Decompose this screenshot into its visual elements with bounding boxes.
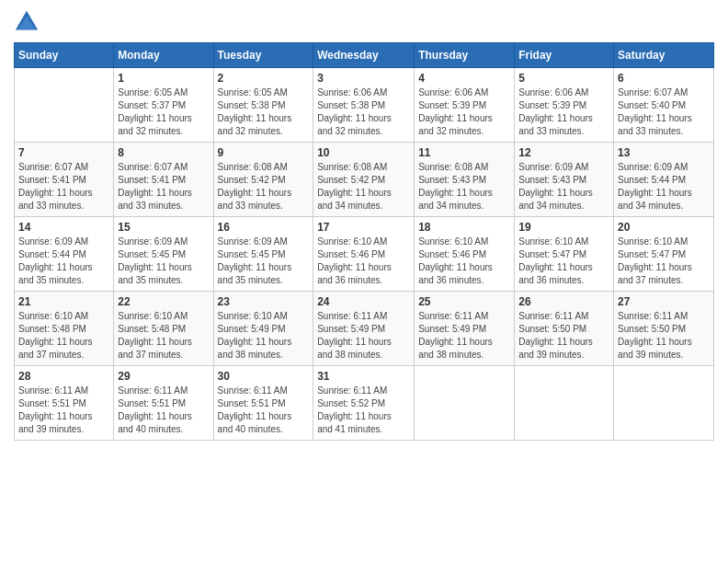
day-info: Sunrise: 6:09 AM Sunset: 5:45 PM Dayligh… <box>118 236 209 287</box>
calendar-cell: 18Sunrise: 6:10 AM Sunset: 5:46 PM Dayli… <box>415 217 515 292</box>
day-number: 23 <box>218 295 310 308</box>
calendar-week-row: 14Sunrise: 6:09 AM Sunset: 5:44 PM Dayli… <box>15 217 714 292</box>
day-info: Sunrise: 6:08 AM Sunset: 5:43 PM Dayligh… <box>418 161 510 213</box>
day-number: 11 <box>418 146 510 159</box>
calendar-cell: 8Sunrise: 6:07 AM Sunset: 5:41 PM Daylig… <box>114 143 213 217</box>
calendar-cell: 23Sunrise: 6:10 AM Sunset: 5:49 PM Dayli… <box>213 292 313 366</box>
day-number: 19 <box>518 221 609 234</box>
calendar-cell: 24Sunrise: 6:11 AM Sunset: 5:49 PM Dayli… <box>313 292 415 366</box>
calendar-cell: 21Sunrise: 6:10 AM Sunset: 5:48 PM Dayli… <box>15 292 114 366</box>
day-info: Sunrise: 6:08 AM Sunset: 5:42 PM Dayligh… <box>317 161 410 213</box>
calendar-cell: 30Sunrise: 6:11 AM Sunset: 5:51 PM Dayli… <box>213 366 313 441</box>
day-info: Sunrise: 6:10 AM Sunset: 5:46 PM Dayligh… <box>418 236 510 287</box>
day-info: Sunrise: 6:06 AM Sunset: 5:39 PM Dayligh… <box>518 86 609 138</box>
day-number: 1 <box>118 72 209 85</box>
day-info: Sunrise: 6:07 AM Sunset: 5:41 PM Dayligh… <box>18 161 109 213</box>
calendar-header-row: SundayMondayTuesdayWednesdayThursdayFrid… <box>15 43 714 68</box>
calendar-week-row: 21Sunrise: 6:10 AM Sunset: 5:48 PM Dayli… <box>15 292 714 366</box>
calendar-cell: 13Sunrise: 6:09 AM Sunset: 5:44 PM Dayli… <box>614 143 714 217</box>
day-info: Sunrise: 6:11 AM Sunset: 5:49 PM Dayligh… <box>317 310 410 362</box>
day-info: Sunrise: 6:07 AM Sunset: 5:41 PM Dayligh… <box>118 161 209 213</box>
day-number: 26 <box>518 295 609 308</box>
day-info: Sunrise: 6:09 AM Sunset: 5:44 PM Dayligh… <box>18 236 109 287</box>
day-number: 27 <box>618 295 710 308</box>
calendar-cell: 3Sunrise: 6:06 AM Sunset: 5:38 PM Daylig… <box>313 68 415 143</box>
calendar-cell: 22Sunrise: 6:10 AM Sunset: 5:48 PM Dayli… <box>114 292 213 366</box>
day-info: Sunrise: 6:09 AM Sunset: 5:43 PM Dayligh… <box>518 161 609 213</box>
day-of-week-header: Thursday <box>415 43 515 68</box>
day-info: Sunrise: 6:10 AM Sunset: 5:46 PM Dayligh… <box>317 236 410 287</box>
day-info: Sunrise: 6:11 AM Sunset: 5:50 PM Dayligh… <box>518 310 609 362</box>
day-number: 16 <box>218 221 310 234</box>
calendar-cell: 11Sunrise: 6:08 AM Sunset: 5:43 PM Dayli… <box>415 143 515 217</box>
day-of-week-header: Saturday <box>614 43 714 68</box>
day-number: 7 <box>18 146 109 159</box>
day-info: Sunrise: 6:09 AM Sunset: 5:44 PM Dayligh… <box>618 161 710 213</box>
calendar-cell: 12Sunrise: 6:09 AM Sunset: 5:43 PM Dayli… <box>515 143 614 217</box>
day-info: Sunrise: 6:10 AM Sunset: 5:48 PM Dayligh… <box>118 310 209 362</box>
day-of-week-header: Wednesday <box>313 43 415 68</box>
calendar-cell: 26Sunrise: 6:11 AM Sunset: 5:50 PM Dayli… <box>515 292 614 366</box>
day-info: Sunrise: 6:09 AM Sunset: 5:45 PM Dayligh… <box>218 236 310 287</box>
day-info: Sunrise: 6:08 AM Sunset: 5:42 PM Dayligh… <box>218 161 310 213</box>
calendar-cell: 5Sunrise: 6:06 AM Sunset: 5:39 PM Daylig… <box>515 68 614 143</box>
day-number: 8 <box>118 146 209 159</box>
day-info: Sunrise: 6:11 AM Sunset: 5:51 PM Dayligh… <box>118 385 209 436</box>
calendar-cell: 1Sunrise: 6:05 AM Sunset: 5:37 PM Daylig… <box>114 68 213 143</box>
day-number: 4 <box>418 72 510 85</box>
calendar-cell: 31Sunrise: 6:11 AM Sunset: 5:52 PM Dayli… <box>313 366 415 441</box>
calendar-cell <box>15 68 114 143</box>
day-of-week-header: Monday <box>114 43 213 68</box>
day-info: Sunrise: 6:05 AM Sunset: 5:38 PM Dayligh… <box>218 86 310 138</box>
day-number: 22 <box>118 295 209 308</box>
day-number: 3 <box>317 72 410 85</box>
calendar-cell <box>614 366 714 441</box>
calendar-cell: 7Sunrise: 6:07 AM Sunset: 5:41 PM Daylig… <box>15 143 114 217</box>
calendar-cell: 2Sunrise: 6:05 AM Sunset: 5:38 PM Daylig… <box>213 68 313 143</box>
calendar-cell: 17Sunrise: 6:10 AM Sunset: 5:46 PM Dayli… <box>313 217 415 292</box>
day-number: 2 <box>218 72 310 85</box>
day-number: 6 <box>618 72 710 85</box>
calendar-cell: 15Sunrise: 6:09 AM Sunset: 5:45 PM Dayli… <box>114 217 213 292</box>
day-number: 10 <box>317 146 410 159</box>
day-number: 13 <box>618 146 710 159</box>
calendar-week-row: 28Sunrise: 6:11 AM Sunset: 5:51 PM Dayli… <box>15 366 714 441</box>
day-number: 17 <box>317 221 410 234</box>
day-number: 29 <box>118 370 209 383</box>
calendar-week-row: 1Sunrise: 6:05 AM Sunset: 5:37 PM Daylig… <box>15 68 714 143</box>
calendar-cell: 29Sunrise: 6:11 AM Sunset: 5:51 PM Dayli… <box>114 366 213 441</box>
day-number: 9 <box>218 146 310 159</box>
day-of-week-header: Friday <box>515 43 614 68</box>
day-number: 21 <box>18 295 109 308</box>
calendar-cell: 14Sunrise: 6:09 AM Sunset: 5:44 PM Dayli… <box>15 217 114 292</box>
calendar-cell: 6Sunrise: 6:07 AM Sunset: 5:40 PM Daylig… <box>614 68 714 143</box>
day-number: 14 <box>18 221 109 234</box>
day-info: Sunrise: 6:06 AM Sunset: 5:38 PM Dayligh… <box>317 86 410 138</box>
calendar-table: SundayMondayTuesdayWednesdayThursdayFrid… <box>14 42 714 441</box>
calendar-cell: 28Sunrise: 6:11 AM Sunset: 5:51 PM Dayli… <box>15 366 114 441</box>
day-number: 15 <box>118 221 209 234</box>
calendar-cell <box>415 366 515 441</box>
day-number: 31 <box>317 370 410 383</box>
day-info: Sunrise: 6:10 AM Sunset: 5:48 PM Dayligh… <box>18 310 109 362</box>
day-of-week-header: Tuesday <box>213 43 313 68</box>
calendar-cell: 9Sunrise: 6:08 AM Sunset: 5:42 PM Daylig… <box>213 143 313 217</box>
day-info: Sunrise: 6:10 AM Sunset: 5:49 PM Dayligh… <box>218 310 310 362</box>
calendar-cell <box>515 366 614 441</box>
logo-icon <box>14 9 40 35</box>
day-number: 24 <box>317 295 410 308</box>
day-info: Sunrise: 6:10 AM Sunset: 5:47 PM Dayligh… <box>618 236 710 287</box>
calendar-cell: 20Sunrise: 6:10 AM Sunset: 5:47 PM Dayli… <box>614 217 714 292</box>
calendar-cell: 4Sunrise: 6:06 AM Sunset: 5:39 PM Daylig… <box>415 68 515 143</box>
day-info: Sunrise: 6:11 AM Sunset: 5:51 PM Dayligh… <box>218 385 310 436</box>
day-info: Sunrise: 6:06 AM Sunset: 5:39 PM Dayligh… <box>418 86 510 138</box>
calendar-cell: 10Sunrise: 6:08 AM Sunset: 5:42 PM Dayli… <box>313 143 415 217</box>
day-info: Sunrise: 6:07 AM Sunset: 5:40 PM Dayligh… <box>618 86 710 138</box>
day-number: 25 <box>418 295 510 308</box>
day-number: 18 <box>418 221 510 234</box>
day-info: Sunrise: 6:05 AM Sunset: 5:37 PM Dayligh… <box>118 86 209 138</box>
day-info: Sunrise: 6:11 AM Sunset: 5:50 PM Dayligh… <box>618 310 710 362</box>
day-info: Sunrise: 6:10 AM Sunset: 5:47 PM Dayligh… <box>518 236 609 287</box>
day-number: 5 <box>518 72 609 85</box>
day-of-week-header: Sunday <box>15 43 114 68</box>
